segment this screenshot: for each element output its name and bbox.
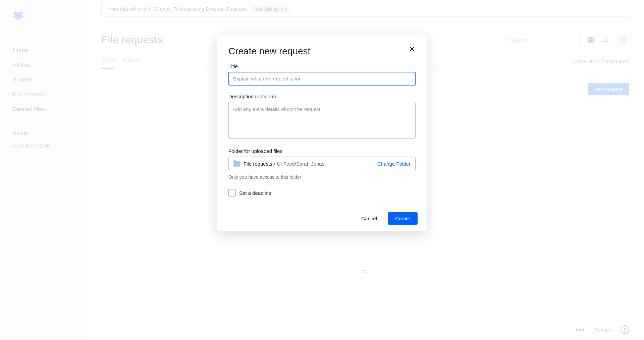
description-field-group: Description (optional): [228, 94, 416, 140]
folder-label: Folder for uploaded files: [228, 148, 416, 154]
deadline-label: Set a deadline: [239, 190, 271, 196]
folder-icon: [233, 161, 240, 167]
title-input[interactable]: [228, 72, 416, 86]
folder-access-hint: Only you have access to this folder: [228, 174, 416, 180]
modal-overlay: Create new request ✕ Title Description (…: [0, 0, 644, 340]
change-folder-link[interactable]: Change Folder: [377, 161, 411, 167]
title-field-group: Title: [228, 63, 416, 86]
modal-header: Create new request ✕: [217, 35, 427, 63]
title-label: Title: [228, 63, 416, 69]
description-input[interactable]: [228, 102, 416, 139]
modal-body: Title Description (optional) Folder for …: [217, 63, 427, 206]
folder-box: File requests • UI Feed/Sarah Jonas Chan…: [228, 157, 416, 171]
create-request-modal: Create new request ✕ Title Description (…: [217, 35, 427, 231]
folder-field-group: Folder for uploaded files File requests …: [228, 148, 416, 180]
close-icon[interactable]: ✕: [409, 46, 416, 53]
create-button[interactable]: Create: [388, 212, 418, 225]
deadline-checkbox[interactable]: [228, 189, 236, 196]
modal-title: Create new request: [228, 46, 310, 57]
deadline-checkbox-row: Set a deadline: [228, 189, 416, 196]
cancel-button[interactable]: Cancel: [355, 212, 384, 225]
description-label: Description (optional): [228, 94, 416, 99]
modal-footer: Cancel Create: [217, 206, 427, 231]
folder-path: File requests • UI Feed/Sarah Jonas: [244, 161, 374, 167]
